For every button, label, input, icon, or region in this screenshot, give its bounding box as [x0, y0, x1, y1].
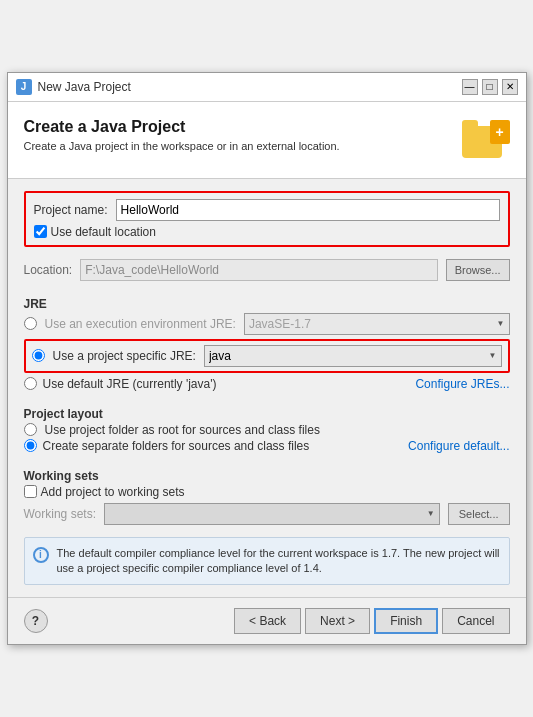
button-bar: ? < Back Next > Finish Cancel: [8, 597, 526, 644]
jre-option1-row: Use an execution environment JRE: JavaSE…: [24, 313, 510, 335]
project-name-input[interactable]: [116, 199, 500, 221]
dialog-icon: J: [16, 79, 32, 95]
project-layout-label: Project layout: [24, 407, 510, 421]
maximize-button[interactable]: □: [482, 79, 498, 95]
jre-option1-label: Use an execution environment JRE:: [45, 317, 236, 331]
header-icon: +: [462, 118, 510, 166]
help-button[interactable]: ?: [24, 609, 48, 633]
nav-buttons: < Back Next > Finish Cancel: [234, 608, 509, 634]
back-button[interactable]: < Back: [234, 608, 301, 634]
add-to-working-sets-checkbox[interactable]: [24, 485, 37, 498]
working-sets-input-row: Working sets: ▼ Select...: [24, 503, 510, 525]
layout-option1-row: Use project folder as root for sources a…: [24, 423, 510, 437]
window-controls: — □ ✕: [462, 79, 518, 95]
jre-option3-label: Use default JRE (currently 'java'): [43, 377, 217, 391]
jre-option2-label: Use a project specific JRE:: [53, 349, 196, 363]
location-row: Location: Browse...: [24, 259, 510, 281]
minimize-button[interactable]: —: [462, 79, 478, 95]
jre-option2-section: Use a project specific JRE: java ▼: [24, 339, 510, 373]
close-button[interactable]: ✕: [502, 79, 518, 95]
project-name-section: Project name: Use default location: [24, 191, 510, 247]
project-name-label: Project name:: [34, 203, 108, 217]
page-title: Create a Java Project: [24, 118, 340, 136]
configure-default-link[interactable]: Configure default...: [408, 439, 509, 453]
next-button[interactable]: Next >: [305, 608, 370, 634]
folder-overlay-icon: +: [490, 120, 510, 144]
jre-option2-radio[interactable]: [32, 349, 45, 362]
use-default-location-label: Use default location: [51, 225, 156, 239]
use-default-location-row: Use default location: [34, 225, 500, 239]
jre-section: JRE Use an execution environment JRE: Ja…: [24, 293, 510, 391]
use-default-location-checkbox[interactable]: [34, 225, 47, 238]
dialog: J New Java Project — □ ✕ Create a Java P…: [7, 72, 527, 646]
working-sets-label: Working sets: [24, 469, 510, 483]
working-sets-select[interactable]: [109, 507, 435, 521]
header-section: Create a Java Project Create a Java proj…: [8, 102, 526, 179]
project-name-row: Project name:: [34, 199, 500, 221]
form-content: Project name: Use default location Locat…: [8, 179, 526, 598]
layout-option2-label: Create separate folders for sources and …: [43, 439, 310, 453]
header-text: Create a Java Project Create a Java proj…: [24, 118, 340, 152]
layout-option2-radio[interactable]: [24, 439, 37, 452]
title-bar: J New Java Project — □ ✕: [8, 73, 526, 102]
layout-option1-radio[interactable]: [24, 423, 37, 436]
layout-option1-label: Use project folder as root for sources a…: [45, 423, 320, 437]
jre-option1-select[interactable]: JavaSE-1.7: [249, 317, 505, 331]
jre-section-label: JRE: [24, 297, 510, 311]
info-text: The default compiler compliance level fo…: [57, 546, 501, 577]
dialog-title: New Java Project: [38, 80, 456, 94]
jre-option3-radio[interactable]: [24, 377, 37, 390]
location-input[interactable]: [80, 259, 437, 281]
select-button[interactable]: Select...: [448, 503, 510, 525]
add-to-working-sets-label: Add project to working sets: [41, 485, 185, 499]
layout-option2-row: Create separate folders for sources and …: [24, 439, 510, 453]
jre-option1-radio[interactable]: [24, 317, 37, 330]
jre-option2-dropdown[interactable]: java ▼: [204, 345, 502, 367]
cancel-button[interactable]: Cancel: [442, 608, 509, 634]
page-subtitle: Create a Java project in the workspace o…: [24, 140, 340, 152]
working-sets-input-label: Working sets:: [24, 507, 96, 521]
info-box: i The default compiler compliance level …: [24, 537, 510, 586]
info-icon: i: [33, 547, 49, 563]
project-layout-section: Project layout Use project folder as roo…: [24, 403, 510, 453]
jre-option3-row: Use default JRE (currently 'java') Confi…: [24, 377, 510, 391]
add-to-working-sets-row: Add project to working sets: [24, 485, 510, 499]
browse-button[interactable]: Browse...: [446, 259, 510, 281]
location-label: Location:: [24, 263, 73, 277]
working-sets-dropdown[interactable]: ▼: [104, 503, 440, 525]
finish-button[interactable]: Finish: [374, 608, 438, 634]
jre-option2-select[interactable]: java: [209, 349, 497, 363]
configure-jres-link[interactable]: Configure JREs...: [415, 377, 509, 391]
jre-option1-dropdown[interactable]: JavaSE-1.7 ▼: [244, 313, 510, 335]
working-sets-section: Working sets Add project to working sets…: [24, 465, 510, 525]
